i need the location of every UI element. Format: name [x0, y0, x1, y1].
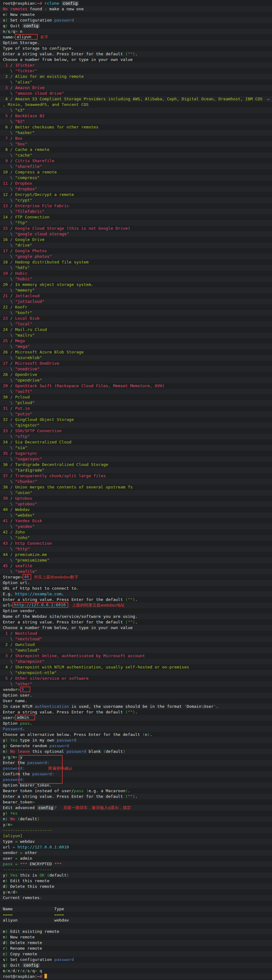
terminal-text: Cache a remote — [13, 147, 49, 152]
terminal-text — [3, 535, 10, 540]
terminal-line: 23 / Local Disk — [0, 316, 272, 321]
terminal-text: "nextcloud" — [13, 636, 42, 641]
terminal-line: g) Generate random password — [0, 743, 272, 749]
terminal-text: : — [40, 895, 42, 900]
terminal-line: \ "hasher" — [0, 130, 272, 135]
terminal-line: 37 / Transparently chunk/split large fil… — [0, 473, 272, 479]
terminal-text: Sia Decentralized Cloud — [13, 440, 71, 444]
terminal-line — [0, 923, 272, 929]
terminal-text: / — [5, 969, 8, 973]
terminal-text: 26 — [3, 350, 10, 355]
terminal-text: ) — [147, 732, 150, 737]
terminal-line: root@raspbian:~# — [0, 974, 272, 979]
terminal-line: \ "filefabric" — [0, 209, 272, 215]
terminal-text: "onedrive" — [13, 367, 40, 371]
terminal-line: d) Delete remote — [0, 940, 272, 946]
terminal-text: ) — [5, 12, 8, 17]
terminal-line: Choose an alternative below. Press Enter… — [0, 732, 272, 738]
terminal-text: vendor — [3, 687, 18, 692]
terminal-line: 2 / Owncloud — [0, 642, 272, 648]
terminal-text: "opendrive" — [13, 378, 42, 382]
terminal-text: / — [5, 755, 8, 759]
terminal-text: 11 — [3, 181, 10, 186]
terminal-text: s — [3, 957, 5, 962]
terminal-text: Yandex Disk — [13, 519, 42, 523]
terminal-text: "" — [128, 710, 133, 714]
terminal-text: 1 — [3, 631, 10, 636]
terminal-text: / — [5, 29, 8, 34]
terminal-text: d — [3, 940, 5, 945]
terminal-text: "ftp" — [13, 220, 27, 225]
terminal[interactable]: root@raspbian:~# rclone configNo remotes… — [0, 0, 272, 980]
terminal-line: \ "jottacloud" — [0, 299, 272, 304]
terminal-text: ' — [184, 704, 187, 709]
terminal-line: No remotes found - make a new one — [0, 6, 272, 12]
terminal-text: Uptobox — [13, 496, 32, 501]
terminal-line: 4 / Sharepoint with NTLM authentication,… — [0, 664, 272, 670]
terminal-text: password — [3, 777, 22, 782]
terminal-text: 31 — [3, 406, 10, 410]
terminal-text — [3, 142, 10, 146]
terminal-text: "hasher" — [13, 130, 34, 135]
terminal-text — [3, 153, 10, 158]
terminal-text — [3, 164, 10, 169]
terminal-line: Enter a string value. Press Enter for th… — [0, 619, 272, 625]
terminal-text: "koofr" — [13, 310, 32, 315]
terminal-text — [3, 648, 10, 652]
terminal-line: \ "s3" — [0, 108, 272, 113]
terminal-text: 6 — [3, 125, 10, 129]
terminal-text — [13, 862, 15, 866]
terminal-line: 1 / 1Fichier — [0, 62, 272, 68]
terminal-text: is used, the username should be in the f… — [69, 704, 184, 709]
terminal-text: "azureblob" — [13, 355, 42, 360]
terminal-text — [3, 265, 10, 270]
terminal-text: ( — [125, 52, 128, 56]
terminal-text: > — [13, 35, 15, 40]
terminal-text — [15, 816, 18, 821]
terminal-text: "sia" — [13, 445, 27, 450]
terminal-line: 13 / Enterprise File Fabric — [0, 203, 272, 209]
terminal-text: 23 — [3, 316, 10, 321]
terminal-text: 37 — [3, 473, 10, 478]
terminal-text: q — [3, 963, 5, 967]
highlighted-token: config — [62, 1, 79, 6]
terminal-text: n — [3, 29, 5, 34]
terminal-line: 16 / Google Drive — [0, 237, 272, 242]
terminal-text: Choose a number from below, or type in y… — [3, 625, 133, 630]
terminal-line: \ "crypt" — [0, 197, 272, 203]
highlight-box: aliyun — [15, 34, 38, 40]
terminal-text: d — [13, 969, 15, 973]
terminal-line: \ "mailru" — [0, 332, 272, 338]
terminal-text — [3, 80, 10, 84]
terminal-text: "sharefile" — [13, 164, 42, 169]
annotation-text: 名字 — [38, 35, 48, 40]
terminal-text: 16 — [3, 237, 10, 242]
highlight-box: 40 — [22, 574, 32, 580]
terminal-line: \ "other" — [0, 681, 272, 687]
terminal-line: y/e/d> — [0, 889, 272, 895]
terminal-text: / — [30, 969, 32, 973]
terminal-text: "hdfs" — [13, 265, 30, 270]
terminal-text: Sugarsync — [13, 451, 37, 456]
terminal-text — [3, 412, 10, 416]
terminal-line: 15 / Google Cloud Storage (this is not G… — [0, 226, 272, 231]
terminal-text: User — [204, 704, 213, 709]
terminal-text: / — [5, 822, 8, 827]
terminal-text: / — [5, 890, 8, 894]
terminal-text: Amazon S3 Compliant Storage Providers in… — [13, 97, 262, 101]
terminal-line: \ "swift" — [0, 389, 272, 395]
terminal-text: url — [3, 845, 13, 850]
terminal-text: 2 — [3, 74, 10, 79]
annotation-text: 两遍密码确认 — [25, 766, 72, 771]
terminal-text: "yandex" — [13, 524, 34, 529]
terminal-text: ENCRYPTED — [27, 862, 54, 866]
terminal-text: seafile — [13, 563, 32, 568]
terminal-text: ) — [5, 816, 8, 821]
terminal-line: Enter a string value. Press Enter for th… — [0, 51, 272, 57]
terminal-text: Set configuration — [8, 957, 54, 962]
terminal-text: OpenDrive — [13, 372, 37, 377]
terminal-text: > — [10, 822, 13, 827]
terminal-text: 5 — [3, 113, 10, 118]
terminal-line: \ "uptobox" — [0, 501, 272, 507]
terminal-text: Option user. — [3, 693, 32, 697]
